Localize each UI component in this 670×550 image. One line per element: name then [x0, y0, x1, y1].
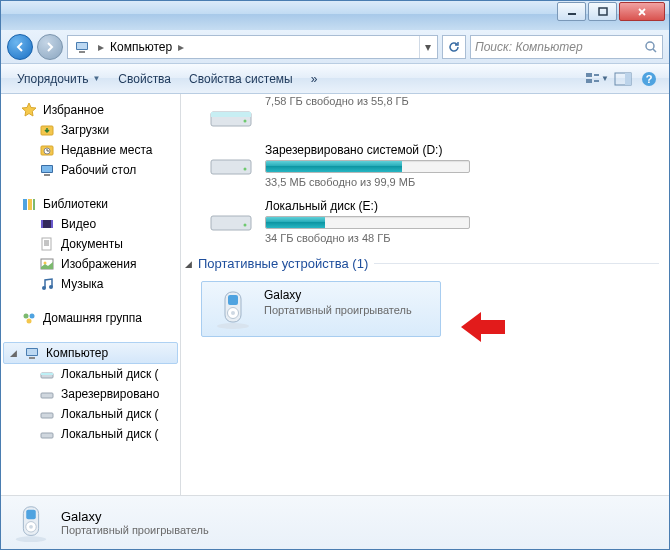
svg-rect-21	[28, 199, 32, 210]
navigation-bar: ▸ Компьютер ▸ ▾ Поиск: Компьютер	[1, 30, 669, 64]
titlebar[interactable]	[1, 1, 669, 30]
sidebar-favorites-header[interactable]: Избранное	[1, 100, 180, 120]
recent-icon	[39, 142, 55, 158]
details-pane: Galaxy Портативный проигрыватель	[1, 495, 669, 549]
properties-button[interactable]: Свойства	[110, 69, 179, 89]
address-dropdown-icon[interactable]: ▾	[419, 36, 435, 58]
svg-rect-41	[41, 433, 53, 438]
sidebar-item-images[interactable]: Изображения	[1, 254, 180, 274]
svg-rect-43	[211, 112, 251, 117]
refresh-button[interactable]	[442, 35, 466, 59]
portable-player-icon	[11, 503, 51, 543]
device-item-galaxy[interactable]: Galaxy Портативный проигрыватель	[201, 281, 441, 337]
sidebar-item-drive-d[interactable]: Зарезервировано	[1, 384, 180, 404]
svg-point-29	[42, 286, 46, 290]
download-icon	[39, 122, 55, 138]
hdd-icon	[207, 142, 255, 180]
drive-item[interactable]: Локальный диск (E:) 34 ГБ свободно из 48…	[187, 198, 659, 244]
music-icon	[39, 276, 55, 292]
svg-point-53	[231, 311, 235, 315]
svg-point-30	[49, 285, 53, 289]
view-mode-button[interactable]: ▼	[585, 68, 609, 90]
help-button[interactable]: ?	[637, 68, 661, 90]
drive-icon	[39, 366, 55, 382]
svg-rect-24	[41, 220, 43, 228]
svg-rect-51	[228, 295, 238, 305]
capacity-bar	[265, 216, 470, 229]
forward-button[interactable]	[37, 34, 63, 60]
search-box[interactable]: Поиск: Компьютер	[470, 35, 663, 59]
svg-point-31	[24, 314, 29, 319]
explorer-window: ▸ Компьютер ▸ ▾ Поиск: Компьютер Упорядо…	[0, 0, 670, 550]
content-pane: 7,58 ГБ свободно из 55,8 ГБ Зарезервиров…	[181, 94, 669, 495]
breadcrumb-separator-icon: ▸	[94, 40, 108, 54]
sidebar-item-drive-c[interactable]: Локальный диск (	[1, 364, 180, 384]
callout-arrow-icon	[461, 312, 505, 342]
svg-point-48	[244, 224, 247, 227]
sidebar-item-documents[interactable]: Документы	[1, 234, 180, 254]
sidebar-computer-header[interactable]: ◢Компьютер	[3, 342, 178, 364]
capacity-bar	[265, 160, 470, 173]
device-subtitle: Портативный проигрыватель	[264, 304, 412, 316]
back-button[interactable]	[7, 34, 33, 60]
desktop-icon	[39, 162, 55, 178]
navigation-pane: Избранное Загрузки Недавние места Рабочи…	[1, 94, 181, 495]
sidebar-item-desktop[interactable]: Рабочий стол	[1, 160, 180, 180]
svg-point-49	[217, 323, 249, 329]
favorites-icon	[21, 102, 37, 118]
svg-rect-39	[41, 393, 53, 398]
svg-rect-19	[44, 174, 50, 176]
system-properties-button[interactable]: Свойства системы	[181, 69, 301, 89]
drive-item[interactable]: Зарезервировано системой (D:) 33,5 МБ св…	[187, 142, 659, 188]
svg-point-32	[30, 314, 35, 319]
svg-rect-3	[77, 43, 87, 49]
svg-rect-22	[33, 199, 35, 210]
svg-point-58	[29, 524, 33, 528]
libraries-icon	[21, 196, 37, 212]
svg-rect-56	[26, 509, 36, 519]
svg-point-33	[27, 319, 32, 324]
portable-player-icon	[212, 288, 254, 330]
sidebar-item-recent[interactable]: Недавние места	[1, 140, 180, 160]
device-name: Galaxy	[264, 288, 412, 302]
close-button[interactable]	[619, 2, 665, 21]
sidebar-item-music[interactable]: Музыка	[1, 274, 180, 294]
sidebar-item-drive-f[interactable]: Локальный диск (	[1, 424, 180, 444]
toolbar: Упорядочить▼ Свойства Свойства системы »…	[1, 64, 669, 94]
svg-rect-35	[27, 349, 37, 355]
documents-icon	[39, 236, 55, 252]
svg-text:?: ?	[646, 73, 653, 85]
svg-rect-0	[568, 13, 576, 15]
video-icon	[39, 216, 55, 232]
drive-item[interactable]: 7,58 ГБ свободно из 55,8 ГБ	[187, 94, 659, 132]
sidebar-item-drive-e[interactable]: Локальный диск (	[1, 404, 180, 424]
sidebar-libraries-header[interactable]: Библиотеки	[1, 194, 180, 214]
details-subtitle: Портативный проигрыватель	[61, 524, 209, 536]
svg-rect-9	[594, 80, 599, 82]
portable-devices-group-header[interactable]: ◢ Портативные устройства (1)	[185, 256, 659, 271]
details-name: Galaxy	[61, 509, 209, 524]
sidebar-item-downloads[interactable]: Загрузки	[1, 120, 180, 140]
svg-rect-8	[594, 74, 599, 76]
minimize-button[interactable]	[557, 2, 586, 21]
computer-icon	[24, 345, 40, 361]
drive-icon	[39, 386, 55, 402]
maximize-button[interactable]	[588, 2, 617, 21]
svg-rect-1	[599, 8, 607, 15]
address-bar[interactable]: ▸ Компьютер ▸ ▾	[67, 35, 438, 59]
drive-status: 33,5 МБ свободно из 99,9 МБ	[265, 176, 659, 188]
search-icon	[644, 40, 658, 54]
svg-point-46	[244, 168, 247, 171]
breadcrumb-item[interactable]: Компьютер	[108, 40, 174, 54]
organize-button[interactable]: Упорядочить▼	[9, 69, 108, 89]
drive-icon	[39, 406, 55, 422]
svg-rect-25	[51, 220, 53, 228]
svg-rect-6	[586, 73, 592, 77]
toolbar-overflow-button[interactable]: »	[303, 69, 326, 89]
preview-pane-button[interactable]	[611, 68, 635, 90]
sidebar-item-video[interactable]: Видео	[1, 214, 180, 234]
collapse-icon[interactable]: ◢	[8, 348, 18, 358]
sidebar-homegroup[interactable]: Домашняя группа	[1, 308, 180, 328]
collapse-triangle-icon[interactable]: ◢	[185, 259, 192, 269]
hdd-icon	[207, 94, 255, 132]
